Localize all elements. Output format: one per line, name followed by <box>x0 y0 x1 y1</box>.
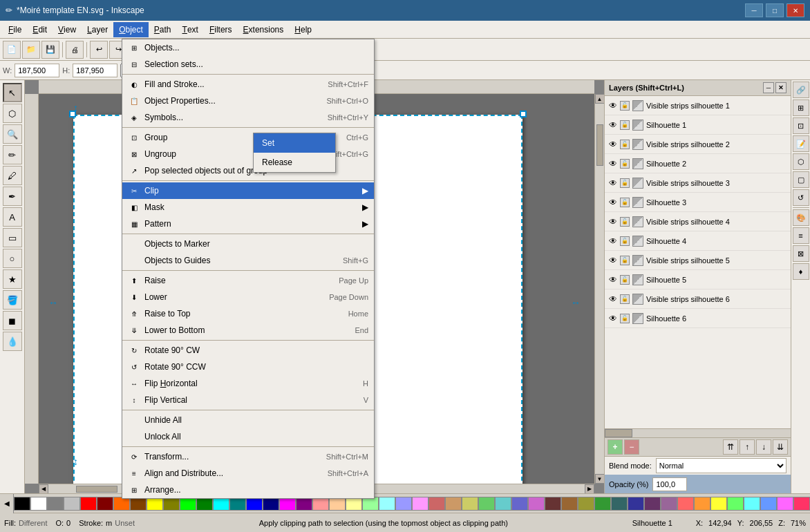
color-swatch[interactable] <box>445 497 462 511</box>
dist-btn[interactable]: ⊡ <box>793 117 809 134</box>
width-input[interactable]: 187,500 <box>15 64 59 77</box>
scroll-left-btn[interactable]: ◀ <box>39 484 48 494</box>
layer-eye-icon[interactable]: 👁 <box>609 178 617 188</box>
dropper-tool[interactable]: 💧 <box>3 332 22 351</box>
menu-objects-to-marker[interactable]: Objects to Marker <box>122 236 374 252</box>
layer-row[interactable]: 👁 🔓 Visible strips silhouette 4 <box>605 212 791 231</box>
layer-eye-icon[interactable]: 👁 <box>609 120 617 130</box>
color-swatch[interactable] <box>578 497 594 511</box>
menu-layer[interactable]: Layer <box>82 22 113 37</box>
text-tool[interactable]: A <box>3 207 22 227</box>
color-swatch[interactable] <box>594 497 611 511</box>
color-swatch[interactable] <box>478 497 495 511</box>
menu-lower-to-bottom[interactable]: ⤋ Lower to Bottom End <box>122 322 374 339</box>
menu-edit[interactable]: Edit <box>27 22 53 37</box>
color-swatch[interactable] <box>744 497 760 511</box>
menu-group[interactable]: ⊡ Group Ctrl+G <box>122 129 374 146</box>
color-swatch[interactable] <box>428 497 445 511</box>
layer-to-bottom-btn[interactable]: ⇊ <box>773 439 788 455</box>
menu-unlock-all[interactable]: Unlock All <box>122 428 374 445</box>
menu-objects[interactable]: ⊞ Objects... <box>122 39 374 56</box>
menu-raise-to-top[interactable]: ⤊ Raise to Top Home <box>122 305 374 322</box>
color-swatch[interactable] <box>561 497 578 511</box>
layer-eye-icon[interactable]: 👁 <box>609 101 617 111</box>
layer-eye-icon[interactable]: 👁 <box>609 198 617 207</box>
menu-filters[interactable]: Filters <box>204 22 238 37</box>
vscrollbar[interactable]: ▲ ▼ <box>594 94 604 484</box>
transform-btn[interactable]: ↺ <box>793 189 809 206</box>
color-swatch[interactable] <box>677 497 694 511</box>
print-button[interactable]: 🖨 <box>66 41 84 59</box>
color-swatch[interactable] <box>793 497 810 511</box>
layer-lock-icon[interactable]: 🔓 <box>620 236 630 246</box>
add-layer-btn[interactable]: + <box>608 439 623 455</box>
color-swatch[interactable] <box>710 497 727 511</box>
layer-eye-icon[interactable]: 👁 <box>609 159 617 169</box>
layer-lock-icon[interactable]: 🔓 <box>620 314 630 323</box>
color-swatch[interactable] <box>644 497 661 511</box>
close-button[interactable]: ✕ <box>787 3 804 17</box>
menu-flip-v[interactable]: ↕ Flip Vertical V <box>122 392 374 408</box>
menu-unhide-all[interactable]: Unhide All <box>122 412 374 428</box>
color-swatch[interactable] <box>760 497 777 511</box>
symbols-btn[interactable]: ♦ <box>793 263 809 280</box>
menu-path[interactable]: Path <box>149 22 177 37</box>
layer-lock-icon[interactable]: 🔓 <box>620 101 630 111</box>
layer-eye-icon[interactable]: 👁 <box>609 275 617 285</box>
color-swatch[interactable] <box>462 497 478 511</box>
pencil-tool[interactable]: ✏ <box>3 145 22 164</box>
colorbar-scroll-left[interactable]: ◀ <box>0 494 14 513</box>
layer-eye-icon[interactable]: 👁 <box>609 294 617 304</box>
save-button[interactable]: 💾 <box>41 41 59 59</box>
objects-btn[interactable]: ⊠ <box>793 245 809 262</box>
layer-to-top-btn[interactable]: ⇈ <box>723 439 738 455</box>
menu-ungroup[interactable]: ⊠ Ungroup Shift+Ctrl+G <box>122 146 374 162</box>
layer-lock-icon[interactable]: 🔓 <box>620 294 630 304</box>
layer-row[interactable]: 👁 🔓 Visible strips silhouette 5 <box>605 251 791 270</box>
layer-row[interactable]: 👁 🔓 Silhouette 6 <box>605 309 791 328</box>
menu-lower[interactable]: ⬇ Lower Page Down <box>122 289 374 305</box>
layers-minimize-btn[interactable]: ─ <box>763 82 774 93</box>
color-swatch[interactable] <box>97 497 113 511</box>
menu-object[interactable]: Object <box>113 22 149 37</box>
color-swatch[interactable] <box>64 497 80 511</box>
menu-pattern[interactable]: ▦ Pattern ▶ <box>122 216 374 232</box>
vscroll-thumb[interactable] <box>596 124 603 166</box>
star-tool[interactable]: ★ <box>3 269 22 289</box>
layer-lock-icon[interactable]: 🔓 <box>620 275 630 285</box>
node-btn[interactable]: ⬡ <box>793 153 809 170</box>
menu-help[interactable]: Help <box>289 22 317 37</box>
zoom-tool[interactable]: 🔍 <box>3 124 22 144</box>
layers-hscroll-thumb[interactable] <box>605 429 632 437</box>
layer-row[interactable]: 👁 🔓 Visible strips silhouette 2 <box>605 135 791 154</box>
fill-tool[interactable]: 🪣 <box>3 290 22 310</box>
layers-btn[interactable]: ≡ <box>793 227 809 244</box>
scroll-down-btn[interactable]: ▼ <box>595 474 605 484</box>
menu-fill-stroke[interactable]: ◐ Fill and Stroke... Shift+Ctrl+F <box>122 76 374 93</box>
layer-eye-icon[interactable]: 👁 <box>609 217 617 227</box>
handle-tr[interactable] <box>520 111 527 117</box>
layer-lock-icon[interactable]: 🔓 <box>620 217 630 227</box>
layers-hscroll[interactable] <box>605 428 791 437</box>
layer-row[interactable]: 👁 🔓 Silhouette 3 <box>605 193 791 212</box>
color-swatch[interactable] <box>495 497 511 511</box>
layer-row[interactable]: 👁 🔓 Silhouette 1 <box>605 115 791 135</box>
color-swatch[interactable] <box>379 497 395 511</box>
layer-lock-icon[interactable]: 🔓 <box>620 256 630 265</box>
menu-arrange[interactable]: ⊞ Arrange... <box>122 482 374 498</box>
layers-close-btn[interactable]: ✕ <box>775 82 787 93</box>
color-swatch[interactable] <box>30 497 47 511</box>
color-swatch[interactable] <box>80 497 97 511</box>
color-swatch[interactable] <box>545 497 561 511</box>
color-swatch[interactable] <box>528 497 545 511</box>
color-swatch[interactable] <box>395 497 412 511</box>
menu-objects-to-guides[interactable]: Objects to Guides Shift+G <box>122 252 374 269</box>
layer-up-btn[interactable]: ↑ <box>740 439 755 455</box>
layer-lock-icon[interactable]: 🔓 <box>620 178 630 188</box>
snap-btn[interactable]: 🔗 <box>793 82 809 98</box>
menu-object-properties[interactable]: 📋 Object Properties... Shift+Ctrl+O <box>122 93 374 109</box>
layer-lock-icon[interactable]: 🔓 <box>620 198 630 207</box>
color-swatch[interactable] <box>661 497 677 511</box>
layer-eye-icon[interactable]: 👁 <box>609 236 617 246</box>
menu-rotate-cw[interactable]: ↻ Rotate 90° CW <box>122 342 374 359</box>
